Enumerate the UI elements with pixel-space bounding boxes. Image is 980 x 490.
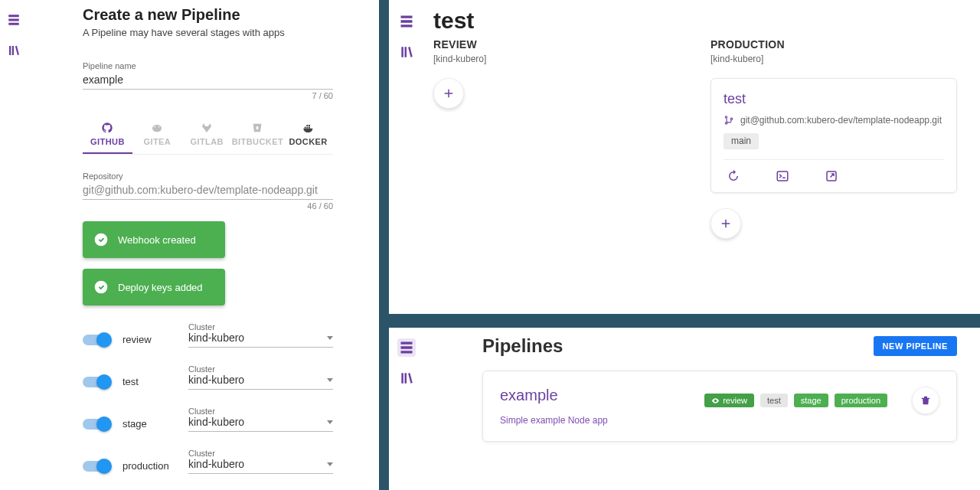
stage-label: review xyxy=(122,334,175,345)
app-name[interactable]: test xyxy=(724,91,944,107)
cluster-select-test[interactable]: Cluster kind-kubero xyxy=(188,374,333,390)
chip-test[interactable]: test xyxy=(760,394,788,407)
pipeline-name[interactable]: example xyxy=(500,387,608,404)
delete-pipeline-button[interactable] xyxy=(912,387,939,414)
gitea-icon xyxy=(150,122,164,134)
nav-pipelines[interactable] xyxy=(5,11,23,29)
stage-label: stage xyxy=(122,418,175,430)
stage-title: REVIEW xyxy=(433,38,680,51)
gitlab-icon xyxy=(200,122,214,134)
toggle-stage[interactable] xyxy=(83,419,109,430)
create-pipeline-panel: Create a new Pipeline A Pipeline may hav… xyxy=(0,0,379,490)
sidebar xyxy=(389,0,424,314)
add-app-button[interactable] xyxy=(710,208,741,239)
tab-docker[interactable]: DOCKER xyxy=(283,122,333,154)
chevron-down-icon xyxy=(327,420,333,424)
terminal-icon[interactable] xyxy=(776,169,789,183)
docker-icon xyxy=(302,122,315,134)
stage-row-production: production Cluster kind-kubero xyxy=(83,458,333,474)
page-title: Pipelines xyxy=(482,335,563,357)
provider-tabs: GITHUB GITEA GITLAB BITBUCKET DOCKER xyxy=(83,122,333,155)
tab-github[interactable]: GITHUB xyxy=(83,122,132,154)
stage-label: test xyxy=(122,376,175,387)
chevron-down-icon xyxy=(327,378,333,382)
pipeline-title: test xyxy=(433,8,957,34)
tab-gitea[interactable]: GITEA xyxy=(132,122,182,154)
stage-row-stage: stage Cluster kind-kubero xyxy=(83,416,333,432)
check-circle-icon xyxy=(93,279,109,295)
page-subtitle: A Pipeline may have several stages with … xyxy=(83,27,333,38)
app-repo: git@github.com:kubero-dev/template-nodea… xyxy=(724,115,944,126)
nav-library[interactable] xyxy=(5,41,23,60)
column-review: REVIEW [kind-kubero] xyxy=(433,38,680,239)
toggle-test[interactable] xyxy=(83,377,109,387)
chip-review[interactable]: review xyxy=(704,394,754,407)
branch-icon xyxy=(724,115,734,126)
repo-input[interactable] xyxy=(83,181,333,200)
pipeline-board-panel: test REVIEW [kind-kubero] PRODUCTION [ki… xyxy=(389,0,980,314)
pipeline-name-input[interactable] xyxy=(83,70,333,90)
pipelines-list-panel: Pipelines NEW PIPELINE example Simple ex… xyxy=(389,328,980,490)
nav-pipelines[interactable] xyxy=(397,12,416,31)
app-card: test git@github.com:kubero-dev/template-… xyxy=(710,78,957,193)
stage-label: production xyxy=(122,460,175,472)
alert-webhook: Webhook created xyxy=(83,221,225,258)
nav-pipelines[interactable] xyxy=(397,338,416,357)
open-icon[interactable] xyxy=(825,169,838,183)
pipeline-name-counter: 7 / 60 xyxy=(83,91,333,100)
chip-production[interactable]: production xyxy=(835,394,887,407)
github-icon xyxy=(100,122,114,134)
tab-gitlab[interactable]: GITLAB xyxy=(182,122,232,154)
add-app-button[interactable] xyxy=(433,78,464,109)
stage-row-test: test Cluster kind-kubero xyxy=(83,374,333,390)
sidebar xyxy=(389,328,424,490)
nav-library[interactable] xyxy=(397,369,416,387)
redeploy-icon[interactable] xyxy=(727,169,740,183)
cluster-select-review[interactable]: Cluster kind-kubero xyxy=(188,332,333,348)
tab-bitbucket[interactable]: BITBUCKET xyxy=(232,122,284,154)
column-production: PRODUCTION [kind-kubero] test git@github… xyxy=(710,38,957,239)
pipeline-name-label: Pipeline name xyxy=(83,61,333,70)
page-title: Create a new Pipeline xyxy=(83,6,333,24)
toggle-review[interactable] xyxy=(83,335,109,345)
stage-cluster: [kind-kubero] xyxy=(710,54,957,64)
pipeline-description: Simple example Node app xyxy=(500,415,608,426)
nav-library[interactable] xyxy=(397,43,416,61)
bitbucket-icon xyxy=(250,122,264,134)
cluster-select-production[interactable]: Cluster kind-kubero xyxy=(188,458,333,474)
stage-cluster: [kind-kubero] xyxy=(433,54,680,64)
chevron-down-icon xyxy=(327,462,333,466)
branch-chip: main xyxy=(724,133,759,149)
eye-icon xyxy=(711,397,720,405)
pipeline-card: example Simple example Node app review t… xyxy=(482,371,957,442)
app-actions xyxy=(724,159,944,192)
check-circle-icon xyxy=(93,232,109,247)
new-pipeline-button[interactable]: NEW PIPELINE xyxy=(874,336,957,356)
cluster-select-stage[interactable]: Cluster kind-kubero xyxy=(188,416,333,432)
chevron-down-icon xyxy=(327,336,333,340)
sidebar xyxy=(0,0,28,490)
repo-counter: 46 / 60 xyxy=(83,201,333,211)
chip-stage[interactable]: stage xyxy=(794,394,828,407)
toggle-production[interactable] xyxy=(83,461,109,472)
stage-title: PRODUCTION xyxy=(710,38,957,51)
stage-row-review: review Cluster kind-kubero xyxy=(83,332,333,348)
repo-label: Repository xyxy=(83,172,333,181)
alert-deploykeys: Deploy keys added xyxy=(83,269,225,305)
